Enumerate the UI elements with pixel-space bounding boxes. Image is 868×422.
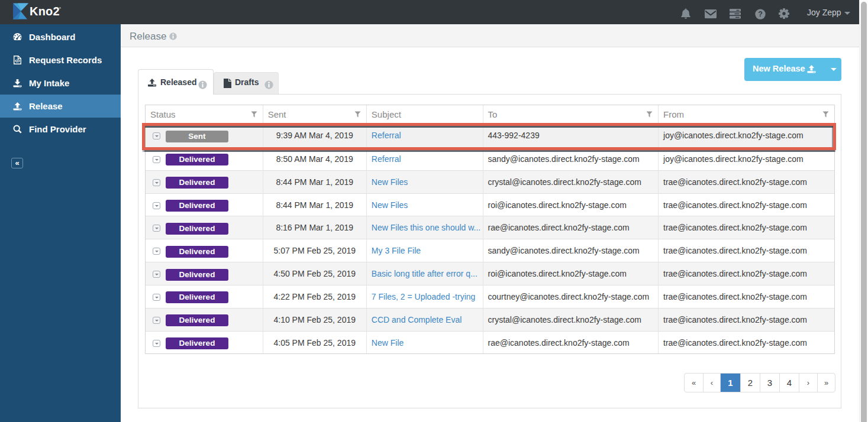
- svg-text:?: ?: [758, 10, 763, 18]
